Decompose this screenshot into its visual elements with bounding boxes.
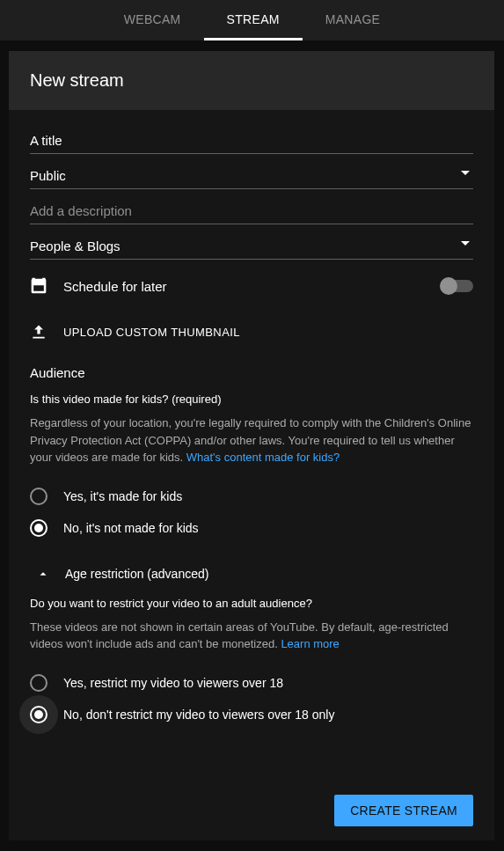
audience-yes-radio[interactable]: Yes, it's made for kids: [30, 481, 473, 512]
age-restriction-label: Age restriction (advanced): [65, 567, 208, 581]
page-title: New stream: [30, 70, 473, 91]
radio-label: Yes, restrict my video to viewers over 1…: [63, 676, 283, 690]
audience-no-radio[interactable]: No, it's not made for kids: [30, 512, 473, 544]
upload-icon: [30, 323, 47, 341]
top-tabs: WEBCAM STREAM MANAGE: [0, 0, 504, 40]
age-no-radio[interactable]: No, don't restrict my video to viewers o…: [30, 699, 473, 730]
create-stream-button[interactable]: CREATE STREAM: [334, 795, 473, 826]
audience-paragraph: Regardless of your location, you're lega…: [30, 414, 473, 466]
description-placeholder: Add a description: [30, 203, 132, 218]
radio-halo: [19, 695, 58, 734]
tab-manage[interactable]: MANAGE: [303, 0, 403, 40]
audience-heading: Audience: [30, 360, 473, 392]
radio-label: Yes, it's made for kids: [63, 489, 182, 503]
new-stream-card: New stream A title Public Add a descript…: [9, 51, 494, 840]
title-input[interactable]: A title: [30, 122, 473, 154]
radio-icon: [30, 488, 47, 505]
age-restriction-toggle[interactable]: Age restriction (advanced): [30, 544, 473, 597]
radio-label: No, it's not made for kids: [63, 521, 199, 535]
coppa-link[interactable]: What's content made for kids?: [186, 451, 340, 464]
schedule-toggle[interactable]: [442, 280, 473, 292]
calendar-icon: [30, 277, 47, 295]
upload-label: UPLOAD CUSTOM THUMBNAIL: [63, 326, 240, 339]
card-header: New stream: [9, 51, 494, 110]
upload-thumbnail-button[interactable]: UPLOAD CUSTOM THUMBNAIL: [30, 304, 473, 360]
age-learn-more-link[interactable]: Learn more: [281, 637, 339, 650]
tab-webcam[interactable]: WEBCAM: [101, 0, 204, 40]
schedule-label: Schedule for later: [63, 279, 426, 294]
description-input[interactable]: Add a description: [30, 193, 473, 224]
chevron-up-icon: [37, 568, 49, 580]
radio-icon: [30, 674, 47, 692]
category-select[interactable]: People & Blogs: [30, 228, 473, 260]
radio-icon: [30, 519, 47, 537]
tab-stream[interactable]: STREAM: [204, 0, 303, 40]
age-yes-radio[interactable]: Yes, restrict my video to viewers over 1…: [30, 667, 473, 699]
age-question: Do you want to restrict your video to an…: [30, 597, 473, 610]
svg-rect-1: [33, 280, 46, 283]
visibility-select[interactable]: Public: [30, 158, 473, 189]
age-paragraph: These videos are not shown in certain ar…: [30, 619, 473, 653]
radio-label: No, don't restrict my video to viewers o…: [63, 708, 334, 722]
audience-question: Is this video made for kids? (required): [30, 392, 473, 406]
